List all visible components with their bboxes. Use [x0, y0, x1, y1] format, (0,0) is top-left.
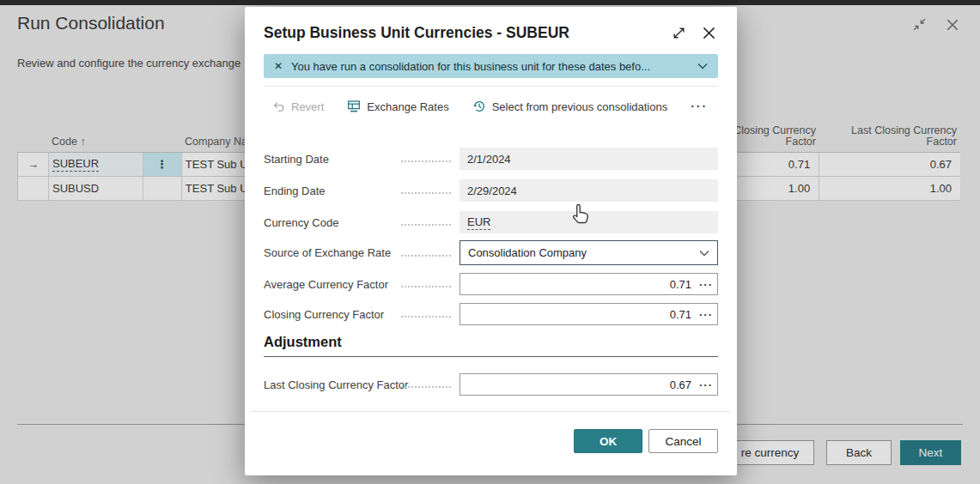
- starting-date-label: Starting Date: [264, 153, 394, 166]
- dotted-leader: [401, 148, 451, 162]
- dotted-leader: [401, 180, 451, 194]
- expand-notification-chevron-icon[interactable]: [697, 63, 708, 70]
- last-closing-currency-factor-input[interactable]: [460, 378, 695, 391]
- source-of-exchange-rate-select[interactable]: Consolidation Company: [460, 240, 718, 265]
- ending-date-value: 2/29/2024: [460, 179, 718, 202]
- revert-button[interactable]: Revert: [272, 100, 324, 113]
- ending-date-label: Ending Date: [264, 185, 394, 197]
- exchange-rates-icon: [347, 100, 361, 113]
- exchange-rates-button[interactable]: Exchange Rates: [347, 100, 448, 113]
- currency-code-value-link[interactable]: EUR: [467, 215, 490, 230]
- undo-icon: [272, 100, 285, 113]
- last-closing-currency-factor-field-row: Last Closing Currency Factor ···: [264, 373, 718, 396]
- average-currency-factor-label: Average Currency Factor: [264, 278, 394, 291]
- selected-option: Consolidation Company: [468, 246, 699, 259]
- expand-dialog-icon[interactable]: [670, 24, 688, 42]
- source-of-exchange-rate-label: Source of Exchange Rate: [264, 246, 394, 259]
- average-factor-assist-edit-button[interactable]: ···: [695, 278, 717, 291]
- notification-text: You have run a consolidation for this bu…: [291, 60, 697, 73]
- close-dialog-icon[interactable]: [700, 24, 718, 42]
- setup-business-unit-currencies-dialog: Setup Business Unit Currencies - SUBEUR …: [245, 7, 737, 475]
- adjustment-section-header: Adjustment: [264, 334, 718, 357]
- ok-button[interactable]: OK: [574, 429, 642, 453]
- closing-currency-factor-input[interactable]: [460, 308, 695, 321]
- closing-currency-factor-label: Closing Currency Factor: [264, 308, 394, 321]
- closing-factor-assist-edit-button[interactable]: ···: [695, 308, 717, 321]
- dotted-leader: [401, 374, 451, 388]
- currency-code-field-row: Currency Code EUR: [264, 211, 718, 233]
- dialog-toolbar: Revert Exchange Rates Select from previo…: [264, 86, 718, 118]
- dotted-leader: [401, 274, 451, 287]
- toolbar-more-options-button[interactable]: ···: [691, 100, 708, 113]
- dotted-leader: [401, 242, 451, 257]
- last-closing-factor-assist-edit-button[interactable]: ···: [695, 378, 717, 391]
- starting-date-value: 2/1/2024: [460, 148, 718, 170]
- ending-date-field-row: Ending Date 2/29/2024: [264, 179, 718, 202]
- average-currency-factor-field-row: Average Currency Factor ···: [264, 273, 718, 295]
- dotted-leader: [401, 304, 451, 318]
- dismiss-notification-icon[interactable]: ✕: [274, 60, 283, 72]
- average-currency-factor-input[interactable]: [460, 278, 695, 291]
- closing-currency-factor-field-row: Closing Currency Factor ···: [264, 303, 718, 325]
- currency-code-label: Currency Code: [264, 216, 394, 229]
- notification-bar[interactable]: ✕ You have run a consolidation for this …: [264, 54, 718, 78]
- chevron-down-icon: [699, 250, 709, 257]
- history-icon: [472, 100, 486, 113]
- dialog-title: Setup Business Unit Currencies - SUBEUR: [264, 24, 670, 42]
- source-of-exchange-rate-field-row: Source of Exchange Rate Consolidation Co…: [264, 240, 718, 265]
- dotted-leader: [401, 212, 451, 226]
- last-closing-currency-factor-label: Last Closing Currency Factor: [264, 378, 394, 391]
- select-from-previous-consolidations-button[interactable]: Select from previous consolidations: [472, 100, 668, 113]
- dialog-footer-divider: [252, 411, 730, 412]
- cancel-button[interactable]: Cancel: [648, 429, 718, 453]
- starting-date-field-row: Starting Date 2/1/2024: [264, 148, 718, 170]
